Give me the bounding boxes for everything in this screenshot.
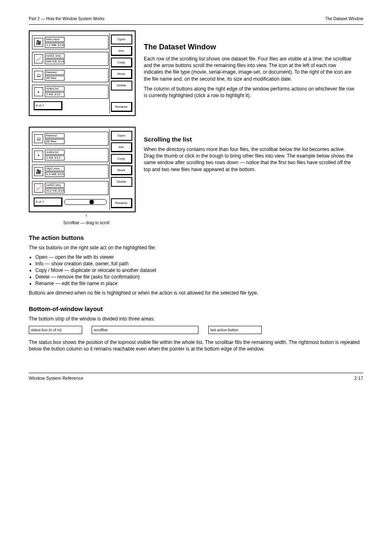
buttons-section-paragraph-2: Buttons are dimmed when no file is highl… xyxy=(29,290,363,296)
file-row[interactable]: 🗂 frames/ 48 files xyxy=(32,68,108,82)
movie-icon: 🎥 xyxy=(34,167,43,176)
footer-page: 2-17 xyxy=(354,376,363,381)
buttons-section-paragraph: The six buttons on the right side act on… xyxy=(29,244,363,251)
file-row[interactable]: ▪ notes.txt 2 KB 3/12 xyxy=(32,148,108,162)
layout-section-title: Bottom-of-window layout xyxy=(29,305,363,312)
move-button[interactable]: Move xyxy=(111,165,132,175)
list-item: Info — show creation date, owner, full p… xyxy=(35,261,363,267)
scroll-section-title: Scrolling the list xyxy=(144,136,355,143)
page-title: The Dataset Window xyxy=(144,43,355,51)
file-meta: 0.9 MB 3/15 xyxy=(45,172,65,177)
buttons-section-title: The action buttons xyxy=(29,234,363,241)
footer-doc: Window System Reference xyxy=(29,376,83,381)
status-box: 6 of 7 xyxy=(34,197,62,207)
copy-button[interactable]: Copy xyxy=(111,154,132,164)
file-meta: 2 KB 3/12 xyxy=(45,92,65,97)
header-rule xyxy=(29,24,363,25)
dataset-window-example-1: 🎥 intro.mov 1.2 MB 3/14 📈 run01.seq 640 … xyxy=(29,30,136,116)
layout-diagram-scroll: scrollbar xyxy=(92,326,198,336)
scrollbar-thumb[interactable] xyxy=(90,200,94,204)
copy-button[interactable]: Copy xyxy=(111,58,132,67)
arrow-up-icon: ↑ xyxy=(85,212,88,219)
file-row[interactable]: 📈 run01.seq 640 KB 3/14 xyxy=(32,52,108,66)
layout-diagram-last: last action button xyxy=(208,326,262,336)
doc-icon: ▪ xyxy=(34,151,43,160)
info-button[interactable]: Info xyxy=(111,142,132,152)
header-right: The Dataset Window xyxy=(325,16,363,21)
list-item: Copy / Move — duplicate or relocate to a… xyxy=(35,267,363,273)
file-name: frames/ xyxy=(45,70,65,75)
scroll-section-paragraph: When the directory contains more than fo… xyxy=(144,146,355,173)
file-meta: 2 KB 3/12 xyxy=(45,156,65,160)
list-item: Rename — edit the file name in place xyxy=(35,281,363,286)
serial-icon: 📈 xyxy=(34,54,43,63)
file-name: run01.seq xyxy=(45,53,65,58)
dataset-window-example-2: 🗂 frames/ 48 files ▪ notes.txt 2 KB 3/12 xyxy=(29,127,136,212)
file-row[interactable]: 🗂 frames/ 48 files xyxy=(32,132,108,146)
delete-button[interactable]: Delete xyxy=(111,81,132,91)
file-row[interactable]: 📈 run02.seq 612 KB 3/15 xyxy=(32,181,108,195)
rename-button[interactable]: Rename xyxy=(111,102,132,112)
list-scrollbar[interactable] xyxy=(64,199,107,205)
file-name: run02.seq xyxy=(45,183,65,188)
doc-icon: ▪ xyxy=(34,87,43,96)
file-name: notes.txt xyxy=(45,86,65,91)
intro-paragraph-2: The column of buttons along the right ed… xyxy=(144,86,355,99)
header-left: Part 2 — How the Window System Works xyxy=(29,16,104,21)
file-name: frames/ xyxy=(45,133,65,138)
file-meta: 48 files xyxy=(45,76,65,81)
open-button[interactable]: Open xyxy=(111,131,132,141)
serial-icon: 📈 xyxy=(34,183,43,193)
list-item: Open — open the file with its viewer xyxy=(35,254,363,260)
layout-section-paragraph: The bottom strip of the window is divide… xyxy=(29,316,363,322)
info-button[interactable]: Info xyxy=(111,46,132,56)
delete-button[interactable]: Delete xyxy=(111,177,132,187)
layout-section-paragraph-2: The status box shows the position of the… xyxy=(29,339,363,352)
file-meta: 640 KB 3/14 xyxy=(45,59,65,64)
page-footer: Window System Reference 2-17 xyxy=(29,373,363,381)
open-button[interactable]: Open xyxy=(111,35,132,44)
rename-button[interactable]: Rename xyxy=(111,198,132,208)
file-row[interactable]: 🎥 intro.mov 1.2 MB 3/14 xyxy=(32,35,108,49)
file-name: notes.txt xyxy=(45,150,65,155)
move-button[interactable]: Move xyxy=(111,69,132,79)
file-name: clip2.mov xyxy=(45,166,65,171)
intro-paragraph-1: Each row of the scrolling list shows one… xyxy=(144,56,355,82)
layout-diagram-status: status box (n of m) xyxy=(29,326,82,336)
scrollbar-callout: ↑ Scrollbar — drag to scroll xyxy=(29,221,144,225)
imageset-icon: 🗂 xyxy=(34,134,43,143)
movie-icon: 🎥 xyxy=(34,38,43,47)
file-row[interactable]: ▪ notes.txt 2 KB 3/12 xyxy=(32,85,108,99)
file-row[interactable]: 🎥 clip2.mov 0.9 MB 3/15 xyxy=(32,165,108,179)
file-meta: 612 KB 3/15 xyxy=(45,188,65,193)
imageset-icon: 🗂 xyxy=(34,71,43,80)
buttons-list: Open — open the file with its viewer Inf… xyxy=(35,254,363,286)
list-item: Delete — remove the file (asks for confi… xyxy=(35,274,363,280)
file-meta: 48 files xyxy=(45,139,65,144)
file-meta: 1.2 MB 3/14 xyxy=(45,43,65,48)
status-box: 4 of 7 xyxy=(34,101,62,110)
file-name: intro.mov xyxy=(45,37,65,42)
